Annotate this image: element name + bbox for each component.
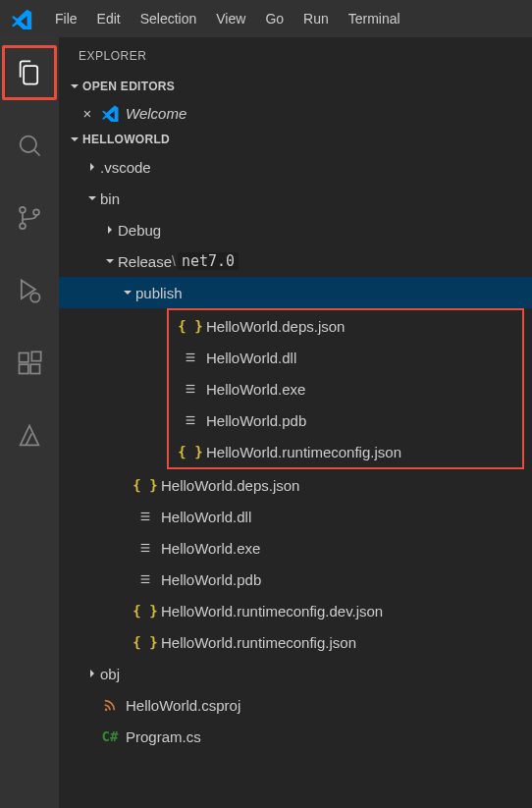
file-label: HelloWorld.csproj <box>126 697 240 714</box>
vscode-logo-icon <box>102 104 120 122</box>
close-icon[interactable]: × <box>79 105 96 122</box>
activity-explorer[interactable] <box>2 45 57 100</box>
file-label: HelloWorld.runtimeconfig.json <box>206 444 401 460</box>
rss-icon <box>100 698 120 712</box>
svg-point-3 <box>20 223 26 229</box>
menu-file[interactable]: File <box>45 7 87 30</box>
folder-row[interactable]: .vscode <box>59 151 532 183</box>
chevron-right-icon <box>84 666 100 681</box>
vscode-logo-icon <box>12 8 33 29</box>
search-icon <box>16 132 43 159</box>
play-bug-icon <box>16 277 43 304</box>
folder-label: obj <box>100 666 120 682</box>
file-label: HelloWorld.runtimeconfig.dev.json <box>161 603 383 619</box>
explorer-title: EXPLORER <box>59 37 532 75</box>
chevron-down-icon <box>84 190 100 206</box>
csharp-icon: C# <box>100 728 120 744</box>
file-icon <box>181 382 200 396</box>
menu-bar: FileEditSelectionViewGoRunTerminal <box>45 7 410 30</box>
open-editors-header[interactable]: OPEN EDITORS <box>59 75 532 98</box>
json-icon: { } <box>181 444 200 459</box>
branch-icon <box>16 204 43 232</box>
file-row[interactable]: HelloWorld.dll <box>59 501 532 532</box>
svg-rect-9 <box>31 351 40 360</box>
file-label: HelloWorld.runtimeconfig.json <box>161 634 356 651</box>
path-suffix: net7.0 <box>178 252 239 270</box>
workspace-header[interactable]: HELLOWORLD <box>59 128 532 151</box>
chevron-down-icon <box>67 79 82 94</box>
svg-rect-7 <box>20 364 28 373</box>
file-icon <box>135 541 155 555</box>
chevron-right-icon <box>84 159 100 175</box>
json-icon: { } <box>135 634 155 650</box>
file-label: HelloWorld.dll <box>161 509 251 525</box>
folder-label: Debug <box>118 222 161 239</box>
extensions-icon <box>16 350 43 377</box>
titlebar: FileEditSelectionViewGoRunTerminal <box>0 0 532 37</box>
svg-point-0 <box>21 136 36 152</box>
file-row[interactable]: { }HelloWorld.runtimeconfig.json <box>59 626 532 658</box>
activity-bar <box>0 37 59 808</box>
folder-row[interactable]: Debug <box>59 214 532 245</box>
file-label: HelloWorld.exe <box>206 381 305 398</box>
menu-terminal[interactable]: Terminal <box>339 7 410 30</box>
menu-run[interactable]: Run <box>293 7 339 30</box>
svg-line-1 <box>34 150 40 156</box>
activity-source-control[interactable] <box>2 190 57 245</box>
file-row[interactable]: HelloWorld.dll <box>169 342 522 373</box>
file-row[interactable]: { }HelloWorld.runtimeconfig.json <box>169 436 522 467</box>
file-row[interactable]: C#Program.cs <box>59 721 532 752</box>
folder-label: publish <box>135 285 183 301</box>
chevron-down-icon <box>67 132 82 147</box>
file-row[interactable]: HelloWorld.pdb <box>59 564 532 595</box>
menu-view[interactable]: View <box>206 7 255 30</box>
svg-rect-6 <box>20 353 28 362</box>
json-icon: { } <box>181 318 200 334</box>
menu-go[interactable]: Go <box>255 7 293 30</box>
json-icon: { } <box>135 477 155 493</box>
activity-azure[interactable] <box>2 408 57 463</box>
azure-icon <box>16 422 43 450</box>
open-editor-label: Welcome <box>126 105 186 122</box>
file-tree: .vscodebinDebugRelease \net7.0publish{ }… <box>59 151 532 752</box>
file-label: HelloWorld.exe <box>161 540 260 557</box>
folder-row[interactable]: obj <box>59 658 532 689</box>
file-icon <box>181 413 200 427</box>
file-icon <box>135 510 155 523</box>
svg-rect-8 <box>30 364 39 373</box>
svg-point-2 <box>20 207 26 213</box>
file-icon <box>181 350 200 364</box>
file-row[interactable]: HelloWorld.csproj <box>59 689 532 721</box>
menu-selection[interactable]: Selection <box>131 7 207 30</box>
folder-row[interactable]: bin <box>59 183 532 214</box>
file-row[interactable]: HelloWorld.pdb <box>169 404 522 436</box>
file-row[interactable]: { }HelloWorld.deps.json <box>59 469 532 501</box>
file-row[interactable]: { }HelloWorld.deps.json <box>169 310 522 342</box>
folder-row[interactable]: publish <box>59 277 532 308</box>
folder-row[interactable]: Release \net7.0 <box>59 245 532 277</box>
file-label: HelloWorld.deps.json <box>161 477 299 494</box>
folder-label: Release <box>118 253 172 270</box>
file-label: Program.cs <box>126 728 201 745</box>
activity-run-debug[interactable] <box>2 263 57 318</box>
file-label: HelloWorld.pdb <box>206 412 306 429</box>
files-icon <box>16 59 43 86</box>
folder-label: bin <box>100 190 120 207</box>
file-label: HelloWorld.deps.json <box>206 318 345 335</box>
explorer-sidebar: EXPLORER OPEN EDITORS × Welcome HELLOWOR… <box>59 37 532 808</box>
file-label: HelloWorld.dll <box>206 350 296 366</box>
activity-extensions[interactable] <box>2 336 57 391</box>
folder-label: .vscode <box>100 159 151 176</box>
highlight-box: { }HelloWorld.deps.jsonHelloWorld.dllHel… <box>167 308 524 469</box>
file-row[interactable]: HelloWorld.exe <box>59 532 532 564</box>
activity-search[interactable] <box>2 118 57 173</box>
menu-edit[interactable]: Edit <box>87 7 131 30</box>
chevron-down-icon <box>102 253 118 269</box>
json-icon: { } <box>135 603 155 619</box>
open-editor-item[interactable]: × Welcome <box>59 98 532 128</box>
file-row[interactable]: { }HelloWorld.runtimeconfig.dev.json <box>59 595 532 626</box>
chevron-right-icon <box>102 222 118 238</box>
file-label: HelloWorld.pdb <box>161 571 261 588</box>
file-row[interactable]: HelloWorld.exe <box>169 373 522 404</box>
file-icon <box>135 572 155 586</box>
